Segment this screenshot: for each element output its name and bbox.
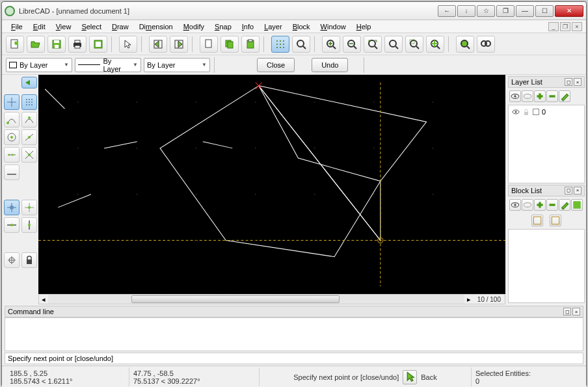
zoom-previous-button[interactable] — [384, 36, 403, 53]
menu-snap[interactable]: Snap — [209, 21, 237, 32]
block-save-button[interactable] — [571, 199, 583, 211]
zoom-redraw-button[interactable] — [292, 36, 310, 53]
maximize-button[interactable]: ☐ — [535, 5, 554, 17]
copy-button[interactable] — [220, 36, 239, 53]
menu-select[interactable]: Select — [76, 21, 107, 32]
command-history[interactable] — [5, 317, 583, 351]
snap-onentity-button[interactable] — [21, 112, 37, 127]
menu-window[interactable]: Window — [315, 21, 351, 32]
menu-block[interactable]: Block — [287, 21, 315, 32]
menu-view[interactable]: View — [51, 21, 77, 32]
mdi-restore-button[interactable]: ❐ — [560, 22, 570, 31]
svg-point-18 — [280, 40, 281, 42]
new-button[interactable] — [6, 36, 24, 53]
zoom-in-button[interactable] — [322, 36, 340, 53]
layer-list[interactable]: 0 — [508, 105, 585, 183]
layer-panel-close-icon[interactable]: × — [574, 78, 581, 86]
layer-showall-button[interactable] — [509, 90, 521, 102]
cut-button[interactable] — [200, 36, 218, 53]
print-preview-button[interactable] — [89, 36, 107, 53]
layer-panel-header[interactable]: Layer List ◻× — [508, 76, 585, 88]
paste-button[interactable] — [241, 36, 260, 53]
command-panel-float-icon[interactable]: ◻ — [563, 308, 571, 315]
sys-unknown1-button[interactable]: ← — [438, 5, 456, 17]
menu-modify[interactable]: Modify — [178, 21, 209, 32]
block-panel-float-icon[interactable]: ◻ — [565, 187, 572, 194]
minimize-button[interactable]: — — [516, 5, 534, 17]
snap-intersection-button[interactable] — [21, 147, 37, 163]
menu-dimension[interactable]: Dimension — [134, 21, 178, 32]
zoom-out-button[interactable] — [343, 36, 361, 53]
mdi-minimize-button[interactable]: _ — [548, 22, 559, 31]
block-add-button[interactable] — [534, 199, 546, 211]
grid-toggle-button[interactable] — [271, 36, 289, 53]
mdi-close-button[interactable]: × — [572, 22, 582, 31]
svg-point-20 — [276, 44, 278, 45]
layer-add-button[interactable] — [534, 90, 546, 102]
restrict-horiz-button[interactable] — [4, 217, 20, 233]
undo-button[interactable] — [149, 36, 167, 53]
restrict-vert-button[interactable] — [21, 217, 37, 233]
restrict-none-button[interactable] — [4, 200, 20, 215]
svg-point-67 — [12, 154, 14, 156]
layer-remove-button[interactable] — [546, 90, 558, 102]
snap-free-button[interactable] — [4, 94, 20, 110]
redo-button[interactable] — [170, 36, 188, 53]
linetype-combo[interactable]: By Layer ▼ — [75, 58, 141, 72]
sys-window-button[interactable]: ❐ — [496, 5, 514, 17]
block-list[interactable] — [508, 229, 585, 304]
relzero-lock-button[interactable] — [21, 252, 37, 268]
layer-hideall-button[interactable] — [522, 90, 533, 102]
draw-undo-button[interactable]: Undo — [312, 58, 348, 72]
horizontal-scrollbar[interactable]: ◂ ▸ 10 / 100 — [38, 294, 505, 304]
snap-distance-button[interactable] — [4, 147, 20, 163]
snap-grid-button[interactable] — [21, 94, 37, 110]
snap-middle-button[interactable] — [21, 129, 37, 145]
zoom-extra-button[interactable] — [477, 36, 495, 53]
block-insert-button[interactable] — [531, 215, 543, 226]
layer-row-0[interactable]: 0 — [511, 107, 582, 116]
sys-unknown2-button[interactable]: ↓ — [457, 5, 475, 17]
block-panel-close-icon[interactable]: × — [574, 187, 581, 194]
close-button[interactable]: ✕ — [555, 5, 583, 17]
lineweight-combo[interactable]: By Layer ▼ — [144, 58, 210, 72]
snap-center-button[interactable] — [4, 129, 20, 145]
menu-draw[interactable]: Draw — [107, 21, 134, 32]
layer-panel-float-icon[interactable]: ◻ — [565, 78, 572, 86]
command-input[interactable]: Specify next point or [close/undo] — [5, 353, 583, 364]
relzero-set-button[interactable] — [4, 252, 20, 268]
block-edit-button[interactable] — [559, 199, 570, 211]
menu-help[interactable]: Help — [351, 21, 377, 32]
print-button[interactable] — [68, 36, 87, 53]
menu-file[interactable]: File — [6, 21, 28, 32]
sys-star-button[interactable]: ☆ — [477, 5, 495, 17]
zoom-window-button[interactable] — [405, 36, 423, 53]
save-button[interactable] — [47, 36, 66, 53]
block-showall-button[interactable] — [509, 199, 521, 211]
zoom-pan-button[interactable] — [426, 36, 444, 53]
drawing-canvas[interactable] — [38, 75, 505, 294]
block-hideall-button[interactable] — [522, 199, 533, 211]
pointer-button[interactable] — [119, 36, 137, 53]
command-panel-header[interactable]: Command line ◻× — [5, 306, 583, 317]
block-create-button[interactable] — [550, 215, 561, 226]
toolbox-back-button[interactable] — [21, 77, 37, 88]
open-button[interactable] — [27, 36, 45, 53]
layer-edit-button[interactable] — [559, 90, 570, 102]
zoom-auto-button[interactable] — [364, 36, 382, 53]
restrict-ortho-button[interactable] — [21, 200, 37, 215]
block-panel-header[interactable]: Block List ◻× — [508, 185, 585, 196]
menu-edit[interactable]: Edit — [28, 21, 51, 32]
draw-close-button[interactable]: Close — [257, 58, 295, 72]
menu-layer[interactable]: Layer — [259, 21, 287, 32]
color-combo[interactable]: By Layer ▼ — [6, 58, 72, 72]
menu-info[interactable]: Info — [237, 21, 259, 32]
zoom-select-button[interactable] — [456, 36, 474, 53]
snap-hline-button[interactable] — [4, 165, 20, 180]
command-panel-close-icon[interactable]: × — [572, 308, 580, 315]
svg-rect-134 — [533, 217, 541, 224]
snap-endpoint-button[interactable] — [4, 112, 20, 127]
block-remove-button[interactable] — [546, 199, 558, 211]
color-swatch-icon — [9, 62, 17, 68]
lineweight-combo-label: By Layer — [147, 61, 175, 69]
